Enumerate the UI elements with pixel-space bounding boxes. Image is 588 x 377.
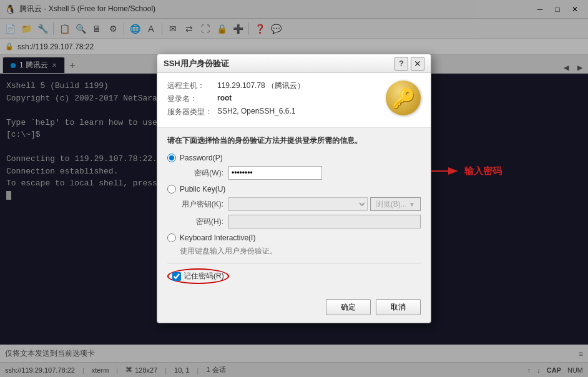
pubkey-radio[interactable] — [167, 185, 176, 193]
remember-checkbox[interactable] — [172, 272, 181, 281]
password-input[interactable] — [228, 166, 322, 180]
username-value: root — [217, 94, 232, 104]
dialog-instruction: 请在下面选择恰当的身份验证方法并提供登录所需的信息。 — [167, 135, 421, 146]
username-label: 登录名： — [167, 94, 217, 104]
user-key-input-group: 浏览(B)... ▼ — [228, 197, 421, 211]
cancel-button[interactable]: 取消 — [376, 299, 421, 315]
ssh-auth-dialog: SSH用户身份验证 ? ✕ 远程主机： 119.29.107.78 （腾讯云） … — [157, 54, 431, 323]
password-radio[interactable] — [167, 154, 176, 162]
remember-highlight: 记住密码(R) — [167, 268, 229, 284]
password-radio-row: Password(P) — [167, 154, 421, 162]
server-type-row: 服务器类型： SSH2, OpenSSH_6.6.1 — [167, 107, 378, 117]
dialog-title: SSH用户身份验证 — [164, 58, 394, 69]
remember-label[interactable]: 记住密码(R) — [184, 271, 224, 282]
password-field-row: 密码(W): 输入密码 — [180, 166, 421, 180]
keyboard-desc: 使用键盘输入用户身份验证。 — [180, 247, 277, 255]
pubkey-radio-label[interactable]: Public Key(U) — [180, 185, 225, 193]
pubkey-field-group: 用户密钥(K): 浏览(B)... ▼ 密码(H): — [180, 197, 421, 228]
annotation-text: 输入密码 — [464, 165, 502, 177]
dialog-info: 远程主机： 119.29.107.78 （腾讯云） 登录名： root 服务器类… — [167, 81, 378, 120]
keyboard-radio-label[interactable]: Keyboard Interactive(I) — [180, 233, 255, 242]
keyboard-radio-row: Keyboard Interactive(I) — [167, 233, 421, 242]
remember-row: 记住密码(R) — [167, 268, 421, 284]
dialog-footer: 确定 取消 — [157, 294, 431, 323]
keyboard-desc-group: 使用键盘输入用户身份验证。 — [180, 246, 421, 257]
remote-host-label: 远程主机： — [167, 81, 217, 91]
user-key-row: 用户密钥(K): 浏览(B)... ▼ — [180, 197, 421, 211]
dialog-titlebar: SSH用户身份验证 ? ✕ — [157, 54, 431, 73]
modal-overlay: SSH用户身份验证 ? ✕ 远程主机： 119.29.107.78 （腾讯云） … — [0, 0, 588, 377]
browse-arrow-icon: ▼ — [409, 201, 415, 208]
browse-button[interactable]: 浏览(B)... ▼ — [370, 197, 421, 211]
user-key-label: 用户密钥(K): — [180, 199, 223, 210]
keyboard-radio[interactable] — [167, 233, 176, 242]
password-field-label: 密码(W): — [180, 168, 223, 179]
arrow-icon — [431, 165, 462, 177]
confirm-button[interactable]: 确定 — [326, 299, 371, 315]
pubkey-radio-row: Public Key(U) — [167, 185, 421, 193]
key-icon: 🔑 — [386, 81, 421, 115]
dialog-close-button[interactable]: ✕ — [411, 57, 424, 71]
passphrase-input[interactable] — [228, 215, 421, 228]
server-type-label: 服务器类型： — [167, 107, 217, 117]
passphrase-label: 密码(H): — [180, 217, 223, 227]
auth-method-group: Password(P) 密码(W): — [167, 154, 421, 257]
divider — [167, 263, 421, 263]
server-type-value: SSH2, OpenSSH_6.6.1 — [217, 107, 295, 117]
username-row: 登录名： root — [167, 94, 378, 104]
password-field-group: 密码(W): 输入密码 — [180, 166, 421, 180]
password-annotation: 输入密码 — [431, 165, 502, 177]
dialog-header: 远程主机： 119.29.107.78 （腾讯云） 登录名： root 服务器类… — [157, 73, 431, 128]
remote-host-value: 119.29.107.78 （腾讯云） — [217, 81, 305, 91]
dialog-body: 请在下面选择恰当的身份验证方法并提供登录所需的信息。 Password(P) 密… — [157, 128, 431, 294]
password-radio-label[interactable]: Password(P) — [180, 154, 223, 162]
passphrase-row: 密码(H): — [180, 215, 421, 228]
dialog-help-button[interactable]: ? — [394, 57, 408, 71]
remote-host-row: 远程主机： 119.29.107.78 （腾讯云） — [167, 81, 378, 91]
user-key-select[interactable] — [228, 197, 368, 211]
